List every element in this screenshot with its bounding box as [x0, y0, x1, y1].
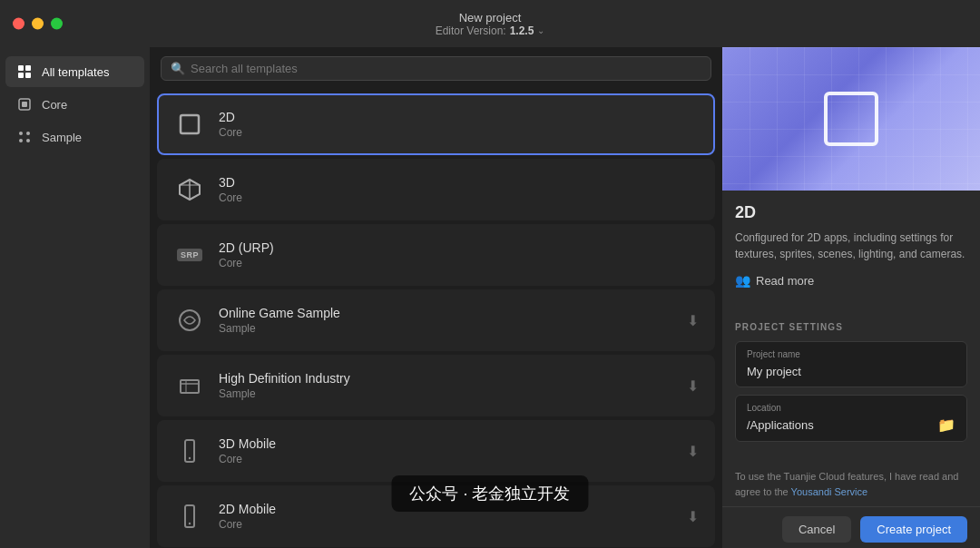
sidebar-item-all-templates[interactable]: All templates: [5, 56, 144, 87]
template-item-2d-mobile[interactable]: 2D Mobile Core ⬇: [157, 485, 715, 547]
preview-description: Configured for 2D apps, including settin…: [735, 230, 967, 262]
folder-icon[interactable]: 📁: [937, 416, 956, 434]
svg-rect-10: [181, 115, 199, 133]
cancel-button[interactable]: Cancel: [782, 516, 851, 543]
template-tag-2d: Core: [219, 126, 699, 139]
template-name-online-game: Online Game Sample: [219, 306, 674, 320]
close-button[interactable]: [13, 18, 24, 30]
template-tag-online-game: Sample: [219, 322, 674, 335]
svg-point-9: [26, 139, 30, 142]
version-arrow-icon[interactable]: ⌄: [537, 25, 544, 35]
core-icon: [16, 96, 33, 113]
template-item-high-def[interactable]: High Definition Industry Sample ⬇: [157, 355, 715, 416]
svg-rect-0: [18, 65, 24, 71]
template-name-2d-urp: 2D (URP): [219, 240, 699, 255]
read-more-icon: 👥: [735, 273, 750, 288]
template-tag-high-def: Sample: [219, 387, 674, 400]
search-bar: 🔍: [150, 47, 722, 90]
sidebar-item-label: All templates: [42, 65, 109, 79]
titlebar: New project Editor Version: 1.2.5 ⌄: [0, 0, 980, 47]
template-info-2d: 2D Core: [219, 110, 699, 139]
version-row: Editor Version: 1.2.5 ⌄: [436, 24, 545, 37]
cloud-icon-3: ⬇: [687, 443, 699, 460]
sidebar-item-sample[interactable]: Sample: [5, 122, 144, 152]
2d-mobile-icon: [173, 500, 206, 533]
search-input-wrap: 🔍: [161, 56, 711, 81]
read-more-row[interactable]: 👥 Read more: [735, 273, 967, 288]
preview-image: [722, 47, 980, 191]
template-name-2d: 2D: [219, 110, 699, 124]
location-input[interactable]: [747, 418, 930, 432]
template-list: 2D Core 3D Core: [150, 90, 722, 548]
right-panel: 2D Configured for 2D apps, including set…: [722, 47, 980, 548]
template-tag-3d-mobile: Core: [219, 453, 674, 465]
template-item-2d[interactable]: 2D Core: [157, 93, 715, 155]
svg-point-6: [19, 132, 23, 135]
svg-point-7: [26, 132, 30, 135]
template-tag-3d: Core: [219, 191, 699, 204]
svg-rect-5: [22, 102, 27, 107]
window-title: New project: [436, 11, 545, 24]
svg-point-19: [189, 457, 191, 459]
sidebar-item-label: Sample: [42, 131, 82, 144]
project-name-group: Project name: [735, 341, 967, 387]
location-group: Location 📁: [735, 395, 967, 442]
search-input[interactable]: [191, 62, 701, 75]
3d-template-icon: [173, 173, 206, 206]
create-project-button[interactable]: Create project: [860, 516, 967, 543]
search-icon: 🔍: [171, 62, 185, 75]
template-area: 🔍 2D Core: [150, 47, 722, 548]
svg-rect-15: [181, 380, 199, 393]
project-name-label: Project name: [747, 349, 956, 359]
settings-title: PROJECT SETTINGS: [735, 322, 967, 332]
svg-rect-3: [25, 73, 31, 78]
template-info-2d-urp: 2D (URP) Core: [219, 240, 699, 269]
terms-link[interactable]: Yousandi Service: [791, 486, 868, 497]
template-name-2d-mobile: 2D Mobile: [219, 502, 674, 516]
preview-info: 2D Configured for 2D apps, including set…: [722, 191, 980, 300]
online-game-icon: [173, 304, 206, 337]
svg-point-14: [180, 310, 200, 330]
cloud-icon-4: ⬇: [687, 508, 699, 525]
version-number: 1.2.5: [510, 24, 534, 37]
read-more-text: Read more: [756, 274, 814, 288]
template-name-3d-mobile: 3D Mobile: [219, 436, 674, 451]
template-info-online-game: Online Game Sample Sample: [219, 306, 674, 335]
cloud-icon-2: ⬇: [687, 377, 699, 395]
sidebar-item-label: Core: [42, 98, 67, 112]
preview-title: 2D: [735, 203, 967, 222]
template-info-3d: 3D Core: [219, 175, 699, 204]
svg-rect-1: [25, 65, 31, 71]
sidebar-item-core[interactable]: Core: [5, 89, 144, 120]
version-label: Editor Version:: [436, 24, 506, 37]
2d-urp-template-icon: SRP: [173, 239, 206, 271]
title-text: New project Editor Version: 1.2.5 ⌄: [436, 11, 545, 37]
template-info-2d-mobile: 2D Mobile Core: [219, 502, 674, 531]
template-item-3d[interactable]: 3D Core: [157, 159, 715, 220]
terms-text: To use the Tuanjie Cloud features, I hav…: [722, 462, 980, 506]
2d-template-icon: [173, 108, 206, 141]
sample-icon: [16, 129, 33, 145]
preview-2d-icon: [824, 92, 878, 146]
template-tag-2d-mobile: Core: [219, 518, 674, 531]
project-name-input[interactable]: [747, 365, 956, 378]
main-layout: All templates Core Sample 🔍: [0, 47, 980, 548]
template-name-3d: 3D: [219, 175, 699, 190]
maximize-button[interactable]: [51, 18, 63, 30]
3d-mobile-icon: [173, 435, 206, 467]
bottom-bar: Cancel Create project: [722, 506, 980, 548]
template-item-3d-mobile[interactable]: 3D Mobile Core ⬇: [157, 420, 715, 482]
cloud-icon: ⬇: [687, 312, 699, 329]
template-info-3d-mobile: 3D Mobile Core: [219, 436, 674, 465]
grid-icon: [16, 64, 33, 80]
svg-rect-2: [18, 73, 24, 78]
svg-point-21: [189, 523, 191, 524]
minimize-button[interactable]: [32, 18, 44, 30]
high-def-icon: [173, 369, 206, 402]
srp-badge: SRP: [177, 249, 202, 261]
traffic-lights: [13, 18, 63, 30]
template-tag-2d-urp: Core: [219, 257, 699, 269]
template-item-2d-urp[interactable]: SRP 2D (URP) Core: [157, 224, 715, 286]
location-label: Location: [747, 403, 956, 413]
template-item-online-game[interactable]: Online Game Sample Sample ⬇: [157, 289, 715, 351]
